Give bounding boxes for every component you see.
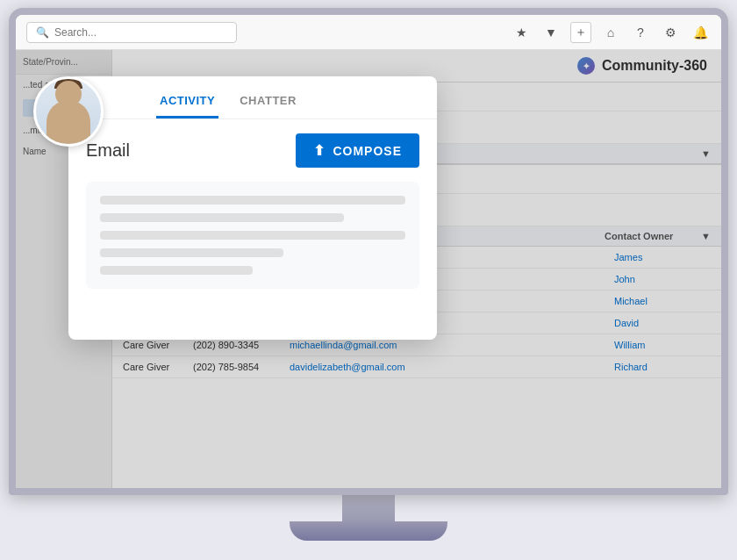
main-area: State/Provin... ...ted a minute a... ...… <box>16 50 721 488</box>
modal-tabs: ACTIVITY CHATTER <box>68 76 437 119</box>
tab-chatter[interactable]: CHATTER <box>236 87 300 118</box>
loading-line-1 <box>100 196 405 205</box>
screen-content: 🔍 ★ ▼ ＋ ⌂ ? ⚙ 🔔 State/Provin... <box>16 15 721 488</box>
star-icon[interactable]: ★ <box>511 22 532 43</box>
compose-icon: ⬆ <box>313 142 326 159</box>
top-bar: 🔍 ★ ▼ ＋ ⌂ ? ⚙ 🔔 <box>16 15 721 50</box>
avatar-area <box>33 76 104 147</box>
gear-icon[interactable]: ⚙ <box>660 22 681 43</box>
monitor-stand-neck <box>342 495 395 521</box>
global-search-input[interactable] <box>54 26 227 39</box>
global-search-box[interactable]: 🔍 <box>26 22 237 43</box>
bell-icon[interactable]: 🔔 <box>690 22 711 43</box>
dropdown-icon[interactable]: ▼ <box>540 22 562 43</box>
modal-overlay: ACTIVITY CHATTER Email ⬆ COMPOSE <box>16 50 721 488</box>
top-bar-actions: ★ ▼ ＋ ⌂ ? ⚙ 🔔 <box>511 22 711 43</box>
loading-line-5 <box>100 266 253 275</box>
compose-label: COMPOSE <box>333 144 402 158</box>
compose-button[interactable]: ⬆ COMPOSE <box>296 133 419 168</box>
avatar-body <box>47 100 90 144</box>
loading-line-2 <box>100 213 344 222</box>
email-header: Email ⬆ COMPOSE <box>86 133 419 168</box>
avatar-head <box>55 81 82 107</box>
modal-body: Email ⬆ COMPOSE <box>68 119 437 303</box>
avatar <box>33 76 104 147</box>
loading-line-3 <box>100 231 405 240</box>
plus-icon[interactable]: ＋ <box>570 22 591 43</box>
tab-activity[interactable]: ACTIVITY <box>156 87 218 118</box>
monitor-stand-base <box>290 521 447 541</box>
question-icon[interactable]: ? <box>630 22 651 43</box>
search-icon: 🔍 <box>36 26 49 39</box>
email-loading-card <box>86 182 419 289</box>
activity-modal: ACTIVITY CHATTER Email ⬆ COMPOSE <box>68 76 437 340</box>
loading-line-4 <box>100 248 283 257</box>
monitor-screen: 🔍 ★ ▼ ＋ ⌂ ? ⚙ 🔔 State/Provin... <box>9 8 728 495</box>
home-icon[interactable]: ⌂ <box>600 22 621 43</box>
